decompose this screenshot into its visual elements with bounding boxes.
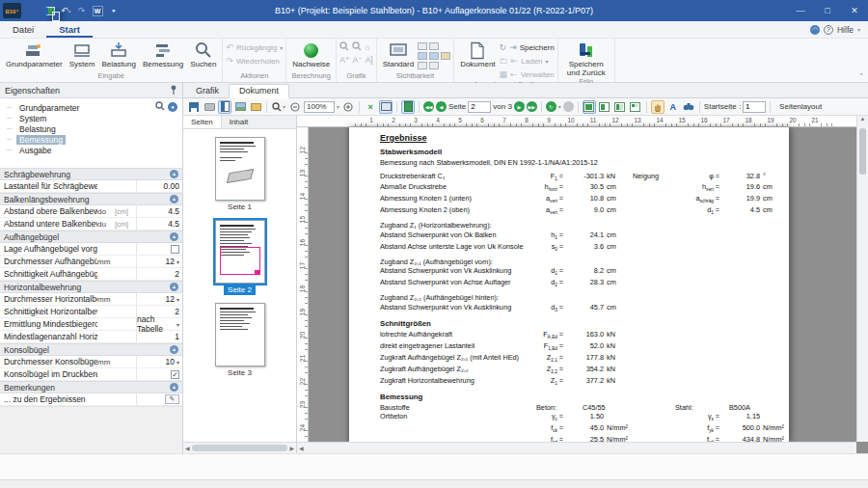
- close-preview-button[interactable]: ×: [364, 100, 377, 114]
- tree-navigate-icon[interactable]: ●: [168, 102, 177, 112]
- dropdown-arrow-icon[interactable]: ▾: [176, 321, 179, 328]
- belastung-button[interactable]: Belastung: [98, 40, 139, 68]
- vertical-scrollbar[interactable]: ▲: [856, 116, 868, 442]
- undo-icon[interactable]: ↶▾: [61, 4, 71, 17]
- last-page-button[interactable]: ▶▶: [527, 101, 537, 112]
- collapse-icon[interactable]: ▲: [170, 383, 178, 392]
- tree-item-belastung[interactable]: ─Belastung: [7, 123, 182, 134]
- help-icon[interactable]: ?: [824, 25, 833, 35]
- open-folder-button[interactable]: [249, 100, 262, 114]
- property-value[interactable]: ✎: [136, 393, 182, 405]
- undo-caret-icon[interactable]: ▾: [68, 8, 71, 14]
- ribbon-collapse-icon[interactable]: ⌃: [858, 72, 864, 80]
- dropdown-arrow-icon[interactable]: ▾: [176, 258, 179, 265]
- app-icon[interactable]: B10⁺: [3, 3, 21, 18]
- property-value[interactable]: 0.00: [136, 180, 182, 192]
- new-document-icon[interactable]: [30, 4, 40, 17]
- scrollbar-thumb[interactable]: [192, 445, 288, 451]
- page-number-input[interactable]: [468, 101, 491, 113]
- nachweise-button[interactable]: Nachweise: [289, 40, 333, 68]
- thumbnail-scrollbar[interactable]: ◀ ▶: [183, 442, 296, 453]
- refresh-caret-icon[interactable]: ▾: [558, 103, 561, 110]
- section-header[interactable]: Schrägbewehrung▲: [0, 168, 182, 180]
- grundparameter-button[interactable]: Grundparameter: [3, 40, 66, 68]
- previous-page-button[interactable]: ◀: [436, 101, 447, 112]
- zoom-out-button[interactable]: [288, 100, 302, 114]
- zoom-caret-icon[interactable]: ▾: [337, 103, 339, 110]
- pan-hand-button[interactable]: [651, 100, 665, 114]
- refresh-button[interactable]: ↻: [546, 101, 556, 112]
- tab-inhalt[interactable]: Inhalt: [222, 116, 257, 128]
- zoom-menu-button[interactable]: ▾: [271, 100, 286, 114]
- dropdown-arrow-icon[interactable]: ▾: [176, 359, 179, 366]
- speichern-und-zurueck-button[interactable]: Speichern und Zurück: [561, 40, 611, 77]
- marker-toggle-icon[interactable]: [429, 52, 439, 60]
- zoom-input[interactable]: 100%: [304, 101, 335, 113]
- collapse-icon[interactable]: ▲: [170, 283, 178, 291]
- zoom-in-button[interactable]: [341, 100, 355, 114]
- tree-item-system[interactable]: ─System: [7, 113, 182, 123]
- pin-icon[interactable]: [170, 85, 177, 96]
- startpage-input[interactable]: [743, 101, 766, 113]
- property-value[interactable]: [136, 243, 182, 255]
- quick-access-more-icon[interactable]: ▪: [109, 4, 119, 17]
- thumbnail-page[interactable]: [215, 137, 265, 201]
- collapse-icon[interactable]: ▲: [170, 345, 178, 354]
- thumbnail-page[interactable]: [215, 303, 265, 366]
- property-value[interactable]: 12▾: [136, 256, 182, 267]
- section-header[interactable]: Bemerkungen▲: [0, 381, 182, 393]
- thumbnail-3[interactable]: Seite 3: [215, 303, 265, 378]
- checkbox[interactable]: [171, 245, 179, 254]
- scroll-up-icon[interactable]: ▲: [860, 116, 866, 122]
- word-export-icon[interactable]: W: [93, 4, 103, 17]
- section-header[interactable]: Aufhängebügel▲: [0, 230, 182, 243]
- profil-speichern-button[interactable]: ↻ ⇥ Speichern: [500, 41, 555, 53]
- find-button[interactable]: [682, 100, 695, 114]
- scroll-left-icon[interactable]: ◀: [185, 445, 190, 451]
- measure-toggle-icon[interactable]: [418, 42, 427, 50]
- property-value[interactable]: 1: [136, 331, 182, 342]
- section-header[interactable]: Horizontalbewehrung▲: [0, 281, 182, 293]
- first-page-button[interactable]: ◀◀: [423, 101, 434, 112]
- collapse-icon[interactable]: ▲: [170, 195, 178, 203]
- system-button[interactable]: System: [67, 40, 98, 68]
- dropdown-arrow-icon[interactable]: ▾: [176, 296, 179, 303]
- preview-toggle-button[interactable]: [218, 100, 231, 114]
- tree-item-ausgabe[interactable]: ─Ausgabe: [7, 145, 182, 155]
- layout-two-pages-button[interactable]: [613, 100, 627, 114]
- tree-search-icon[interactable]: [155, 101, 165, 113]
- whole-page-button[interactable]: [401, 100, 415, 114]
- property-value[interactable]: 10▾: [136, 356, 182, 367]
- edit-button[interactable]: ✎: [165, 394, 179, 404]
- scrollbar-thumb[interactable]: [859, 128, 866, 175]
- thumbnail-page[interactable]: [215, 220, 265, 284]
- property-value[interactable]: 12▾: [136, 293, 182, 305]
- tree-item-bemessung[interactable]: ─Bemessung: [7, 134, 182, 145]
- collapse-icon[interactable]: ▲: [170, 232, 178, 241]
- layout-single-button[interactable]: [583, 100, 596, 114]
- tab-start[interactable]: Start: [46, 21, 93, 38]
- standard-button[interactable]: Standard: [380, 40, 417, 68]
- tab-seiten[interactable]: Seiten: [183, 116, 222, 128]
- scroll-left-icon[interactable]: ◀: [299, 445, 304, 451]
- property-value[interactable]: ✓: [136, 368, 182, 380]
- horizontal-scrollbar[interactable]: ◀: [297, 442, 856, 453]
- property-value[interactable]: nach Tabelle▾: [136, 318, 182, 330]
- arrow-toggle-icon[interactable]: [429, 62, 439, 69]
- export-image-button[interactable]: [233, 100, 247, 114]
- section-header[interactable]: Konsolbügel▲: [0, 343, 182, 356]
- fit-window-button[interactable]: [379, 100, 393, 114]
- minimize-button[interactable]: —: [787, 0, 814, 21]
- save-button[interactable]: [187, 100, 201, 114]
- bemessung-button[interactable]: Bemessung: [140, 40, 186, 68]
- property-value[interactable]: 2: [136, 268, 182, 280]
- thumbnail-1[interactable]: Seite 1: [215, 137, 265, 212]
- property-value[interactable]: 4.5: [136, 218, 182, 230]
- checkbox[interactable]: ✓: [171, 370, 179, 379]
- close-button[interactable]: ✕: [841, 0, 868, 21]
- load-toggle-icon[interactable]: [441, 52, 450, 60]
- tab-grafik[interactable]: Grafik: [186, 85, 229, 97]
- property-value[interactable]: 4.5: [136, 205, 182, 217]
- seitenlayout-button[interactable]: Seitenlayout: [774, 100, 827, 114]
- next-page-button[interactable]: ▶: [514, 101, 525, 112]
